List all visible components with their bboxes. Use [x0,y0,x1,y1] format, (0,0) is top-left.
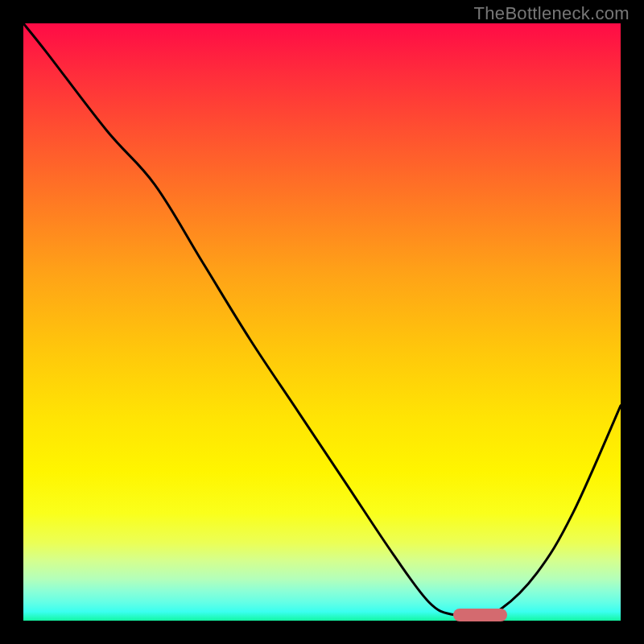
optimum-marker [453,609,507,621]
bottleneck-curve [23,23,621,621]
curve-path [23,23,621,616]
watermark-text: TheBottleneck.com [474,3,630,24]
chart-frame: TheBottleneck.com [0,0,644,644]
